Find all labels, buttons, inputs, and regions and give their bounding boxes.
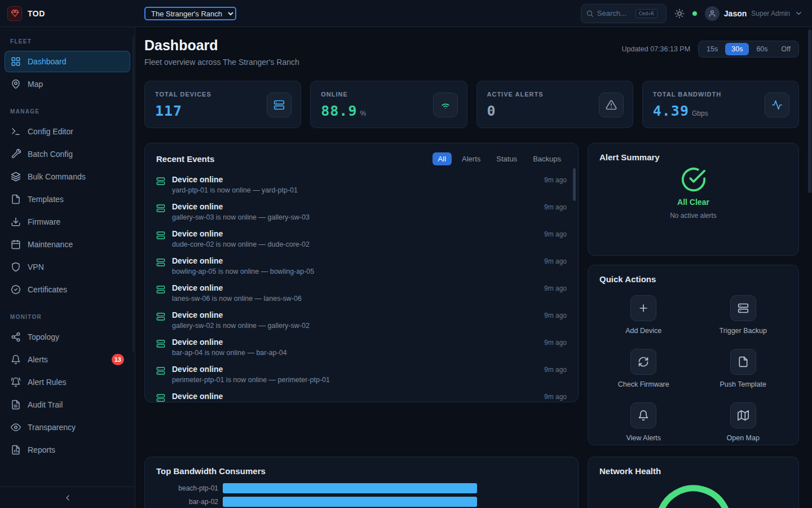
sidebar-item-label: Certificates — [28, 285, 67, 294]
tab-status[interactable]: Status — [491, 152, 523, 165]
push-template-button[interactable]: Push Template — [720, 349, 766, 388]
network-health-panel: Network Health — [588, 457, 799, 508]
file-icon — [11, 194, 21, 204]
add-device-button[interactable]: Add Device — [625, 295, 661, 335]
bell-ring-icon — [11, 377, 21, 387]
sidebar-item-firmware[interactable]: Firmware — [5, 211, 130, 233]
stat-value: 117 — [155, 103, 182, 119]
tab-all[interactable]: All — [433, 152, 452, 165]
search-shortcut: Cmd+K — [636, 9, 657, 18]
sidebar-item-topology[interactable]: Topology — [5, 326, 130, 348]
event-title: Device online — [172, 338, 223, 347]
main-content: Dashboard Fleet overview across The Stra… — [135, 27, 812, 508]
refresh-off-button[interactable]: Off — [775, 43, 797, 55]
sidebar-item-audit-trail[interactable]: Audit Trail — [5, 394, 130, 415]
sidebar-item-label: Bulk Commands — [28, 172, 86, 181]
download-icon — [11, 217, 21, 227]
sidebar-scrollbar[interactable] — [133, 36, 134, 352]
recent-events-title: Recent Events — [156, 154, 214, 164]
sidebar-item-dashboard[interactable]: Dashboard — [5, 51, 130, 72]
bell-icon — [11, 354, 21, 365]
sidebar-item-alerts[interactable]: Alerts 13 — [5, 349, 130, 370]
sidebar-section-fleet: FLEET — [0, 32, 135, 50]
sidebar-item-label: Audit Trail — [28, 400, 63, 409]
stat-value: 0 — [487, 103, 496, 119]
org-selector[interactable]: The Stranger's Ranch — [144, 7, 236, 20]
sidebar-item-label: Alert Rules — [28, 378, 66, 387]
server-icon — [156, 366, 165, 384]
event-list-item[interactable]: Device online9m ago dude-core-02 is now … — [156, 225, 567, 252]
sidebar-item-label: Firmware — [28, 217, 60, 226]
tab-alerts[interactable]: Alerts — [456, 152, 486, 165]
sidebar-item-reports[interactable]: Reports — [5, 439, 130, 461]
events-scrollbar[interactable] — [573, 168, 576, 201]
trigger-backup-button[interactable]: Trigger Backup — [720, 295, 767, 335]
tab-backups[interactable]: Backups — [527, 152, 567, 165]
sidebar-item-bulk-commands[interactable]: Bulk Commands — [5, 166, 130, 187]
theme-toggle-button[interactable] — [674, 8, 685, 19]
page-title: Dashboard — [144, 37, 299, 54]
layers-icon — [11, 172, 21, 182]
sidebar-item-vpn[interactable]: VPN — [5, 256, 130, 278]
open-map-button[interactable]: Open Map — [727, 402, 760, 442]
bandwidth-bar — [223, 497, 477, 507]
tod-logo-icon — [7, 6, 22, 21]
sidebar-item-label: Map — [28, 80, 43, 89]
user-menu[interactable]: Jason Super Admin — [705, 6, 803, 21]
sidebar-item-alert-rules[interactable]: Alert Rules — [5, 371, 130, 393]
file-text-icon — [11, 400, 21, 410]
page-scrollbar[interactable] — [808, 29, 811, 193]
event-list-item[interactable]: Device online9m ago gallery-sw-02 is now… — [156, 306, 567, 334]
search-icon — [586, 10, 594, 17]
event-list-item[interactable]: Device online9m ago lanes-sw-06 is now o… — [156, 279, 567, 306]
event-list-item[interactable]: Device online9m ago bar-ap-04 is now onl… — [156, 334, 567, 361]
sidebar-item-templates[interactable]: Templates — [5, 189, 130, 210]
server-icon — [156, 393, 165, 402]
event-time: 9m ago — [544, 339, 567, 347]
event-list-item[interactable]: Device online9m ago — [156, 388, 567, 402]
event-title: Device online — [172, 175, 223, 184]
event-time: 9m ago — [544, 230, 567, 238]
shield-icon — [11, 262, 21, 272]
sun-icon — [674, 8, 685, 19]
view-alerts-button[interactable]: View Alerts — [626, 402, 661, 442]
search-box[interactable]: Cmd+K — [581, 4, 667, 23]
top-bandwidth-title: Top Bandwidth Consumers — [156, 466, 567, 476]
user-name: Jason — [724, 9, 747, 18]
sidebar-item-label: Reports — [28, 445, 55, 454]
sidebar-item-batch-config[interactable]: Batch Config — [5, 143, 130, 165]
event-list-item[interactable]: Device online9m ago yard-ptp-01 is now o… — [156, 171, 567, 198]
event-title: Device online — [172, 310, 223, 319]
eye-icon — [11, 422, 21, 432]
server-icon — [156, 339, 165, 357]
event-title: Device online — [172, 392, 223, 401]
topology-icon — [11, 332, 21, 342]
refresh-15s-button[interactable]: 15s — [700, 43, 724, 55]
quick-actions-title: Quick Actions — [599, 274, 787, 284]
sidebar-collapse-button[interactable] — [0, 487, 135, 508]
event-detail: gallery-sw-02 is now online — gallery-sw… — [172, 322, 567, 330]
stat-value: 4.39 — [653, 103, 689, 119]
event-list-item[interactable]: Device online9m ago gallery-sw-03 is now… — [156, 198, 567, 225]
event-list-item[interactable]: Device online9m ago bowling-ap-05 is now… — [156, 252, 567, 279]
bandwidth-bar-row: beach-ptp-01 — [145, 481, 578, 495]
alerts-count-badge: 13 — [112, 354, 124, 365]
chevron-down-icon — [795, 9, 803, 17]
alert-summary-title: Alert Summary — [599, 152, 787, 162]
sidebar-item-map[interactable]: Map — [5, 73, 130, 95]
brand: TOD — [0, 6, 135, 21]
sidebar-item-maintenance[interactable]: Maintenance — [5, 234, 130, 255]
wifi-icon — [433, 93, 458, 117]
event-time: 9m ago — [544, 176, 567, 184]
sidebar-item-config-editor[interactable]: Config Editor — [5, 121, 130, 142]
refresh-30s-button[interactable]: 30s — [725, 43, 749, 55]
search-input[interactable] — [597, 9, 632, 17]
event-list-item[interactable]: Device online9m ago perimeter-ptp-01 is … — [156, 361, 567, 388]
sidebar-item-label: Dashboard — [28, 57, 67, 66]
refresh-60s-button[interactable]: 60s — [750, 43, 774, 55]
sidebar-item-label: Maintenance — [28, 240, 73, 249]
check-firmware-button[interactable]: Check Firmware — [618, 349, 669, 388]
sidebar-item-transparency[interactable]: Transparency — [5, 417, 130, 438]
terminal-icon — [11, 126, 21, 137]
sidebar-item-certificates[interactable]: Certificates — [5, 279, 130, 300]
